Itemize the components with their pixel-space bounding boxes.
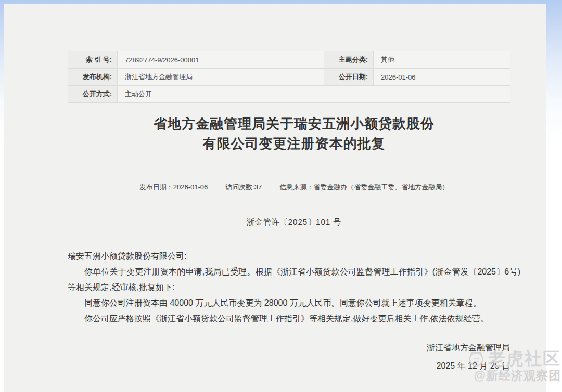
salutation: 瑞安五洲小额贷款股份有限公司: [68,249,520,264]
signer-name: 浙江省地方金融管理局 [68,339,510,357]
publish-meta-line: 发布日期：2026-01-06访问次数:37信息来源：省委金融办（省委金融工委、… [68,182,520,192]
body-paragraph: 同意你公司注册资本由 40000 万元人民币变更为 28000 万元人民币。同意… [68,295,520,311]
page-background: { "page": { "background_top_color": "#b2… [0,0,562,392]
page-title-line1: 省地方金融管理局关于瑞安五洲小额贷款股份 [154,116,435,132]
index-number-label: 索 引 号: [68,51,118,69]
document-body: 瑞安五洲小额贷款股份有限公司: 你单位关于变更注册资本的申请,我局已受理。根据《… [68,249,520,326]
issuing-agency-value: 浙江省地方金融管理局 [118,69,324,86]
visit-count: 访问次数:37 [225,183,262,191]
disclosure-info-table: 索 引 号: 72892774-9/2026-00001 主题分类: 其他 发布… [68,51,510,103]
signature-block: 浙江省地方金融管理局 2025 年 12 月 25 日 [68,339,520,375]
body-paragraph: 你单位关于变更注册资本的申请,我局已受理。根据《浙江省小额贷款公司监督管理工作指… [68,264,520,295]
open-method-label: 公开方式: [68,86,118,103]
publish-date: 发布日期：2026-01-06 [139,183,208,191]
topic-category-label: 主题分类: [324,51,374,69]
index-number-value: 72892774-9/2026-00001 [118,51,324,69]
document-number: 浙金管许〔2025〕101 号 [68,216,520,228]
document-content: 省地方金融管理局关于瑞安五洲小额贷款股份有限公司变更注册资本的批复 发布日期：2… [68,114,520,375]
issuing-agency-label: 发布机构: [68,69,118,86]
document-panel: 索 引 号: 72892774-9/2026-00001 主题分类: 其他 发布… [4,4,546,392]
open-method-value: 主动公开 [118,86,510,103]
signature-date: 2025 年 12 月 25 日 [68,357,510,375]
body-paragraph: 你公司应严格按照《浙江省小额贷款公司监督管理工作指引》等相关规定,做好变更后相关… [68,311,520,326]
open-date-value: 2026-01-06 [374,69,510,86]
open-date-label: 公开日期: [324,69,374,86]
table-row: 索 引 号: 72892774-9/2026-00001 主题分类: 其他 [68,51,510,69]
info-source: 信息来源：省委金融办（省委金融工委、省地方金融局） [279,183,449,191]
page-title: 省地方金融管理局关于瑞安五洲小额贷款股份有限公司变更注册资本的批复 [68,114,520,153]
page-title-line2: 有限公司变更注册资本的批复 [203,136,386,151]
table-row: 公开方式: 主动公开 [68,86,510,103]
topic-category-value: 其他 [374,51,510,69]
table-row: 发布机构: 浙江省地方金融管理局 公开日期: 2026-01-06 [68,69,510,86]
